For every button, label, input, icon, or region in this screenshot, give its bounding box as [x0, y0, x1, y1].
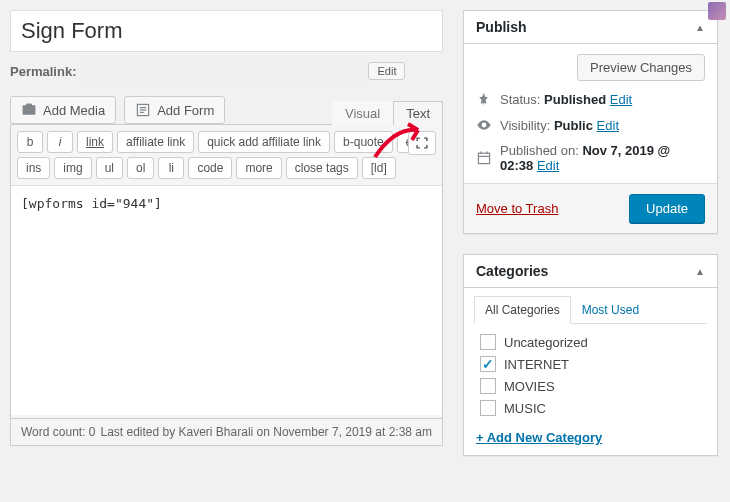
checkbox-uncategorized[interactable] [480, 334, 496, 350]
qtag-ol[interactable]: ol [127, 157, 154, 179]
collapse-icon: ▲ [695, 266, 705, 277]
qtag-ld[interactable]: [ld] [362, 157, 396, 179]
edit-status-link[interactable]: Edit [610, 92, 632, 107]
publish-box: Publish ▲ Preview Changes Status: Publis… [463, 10, 718, 234]
add-media-button[interactable]: Add Media [10, 96, 116, 124]
qtag-italic[interactable]: i [47, 131, 73, 153]
move-to-trash-link[interactable]: Move to Trash [476, 201, 558, 216]
add-media-label: Add Media [43, 103, 105, 118]
edit-visibility-link[interactable]: Edit [597, 118, 619, 133]
fullscreen-button[interactable] [408, 131, 436, 155]
checkbox-internet[interactable] [480, 356, 496, 372]
qtag-bquote[interactable]: b-quote [334, 131, 393, 153]
media-toolbar: Add Media Add Form Visual Text [10, 96, 443, 124]
content-textarea[interactable] [11, 185, 442, 415]
tab-most-used[interactable]: Most Used [571, 296, 650, 324]
editor-main: Permalink: Edit Add Media Add Form Visua… [10, 10, 443, 476]
camera-icon [21, 102, 37, 118]
tab-text[interactable]: Text [393, 101, 443, 125]
word-count: Word count: 0 [21, 425, 96, 439]
qtag-img[interactable]: img [54, 157, 91, 179]
category-list: Uncategorized INTERNET MOVIES MUSIC [476, 334, 705, 416]
permalink-label: Permalink: [10, 64, 76, 79]
list-item: MOVIES [480, 378, 701, 394]
editor-box: b i link affiliate link quick add affili… [10, 124, 443, 419]
update-button[interactable]: Update [629, 194, 705, 223]
tab-visual[interactable]: Visual [332, 101, 393, 125]
qtag-quick-affiliate[interactable]: quick add affiliate link [198, 131, 330, 153]
status-row: Status: Published Edit [476, 91, 705, 107]
edit-date-link[interactable]: Edit [537, 158, 559, 173]
categories-header[interactable]: Categories ▲ [464, 255, 717, 288]
checkbox-movies[interactable] [480, 378, 496, 394]
add-form-label: Add Form [157, 103, 214, 118]
editor-footer: Word count: 0 Last edited by Kaveri Bhar… [10, 419, 443, 446]
qtag-bold[interactable]: b [17, 131, 43, 153]
publish-title: Publish [476, 19, 527, 35]
permalink-edit-button[interactable]: Edit [368, 62, 405, 80]
qtag-more[interactable]: more [236, 157, 281, 179]
svg-rect-4 [478, 153, 489, 163]
fullscreen-icon [415, 136, 429, 150]
qtag-code[interactable]: code [188, 157, 232, 179]
qtag-affiliate-link[interactable]: affiliate link [117, 131, 194, 153]
quicktags-toolbar: b i link affiliate link quick add affili… [11, 125, 442, 185]
form-icon [135, 102, 151, 118]
qtag-ul[interactable]: ul [96, 157, 123, 179]
categories-title: Categories [476, 263, 548, 279]
eye-icon [476, 117, 492, 133]
add-form-button[interactable]: Add Form [124, 96, 225, 124]
pin-icon [476, 91, 492, 107]
qtag-close[interactable]: close tags [286, 157, 358, 179]
add-new-category-link[interactable]: + Add New Category [476, 430, 602, 445]
list-item: INTERNET [480, 356, 701, 372]
post-title-input[interactable] [10, 10, 443, 52]
last-edited: Last edited by Kaveri Bharali on Novembe… [100, 425, 432, 439]
list-item: MUSIC [480, 400, 701, 416]
checkbox-music[interactable] [480, 400, 496, 416]
permalink-row: Permalink: Edit [10, 58, 443, 84]
user-avatar[interactable] [708, 2, 726, 20]
tab-all-categories[interactable]: All Categories [474, 296, 571, 324]
calendar-icon [476, 150, 492, 166]
qtag-ins[interactable]: ins [17, 157, 50, 179]
sidebar: Publish ▲ Preview Changes Status: Publis… [463, 10, 718, 476]
permalink-slug[interactable] [82, 61, 362, 81]
qtag-li[interactable]: li [158, 157, 184, 179]
visibility-row: Visibility: Public Edit [476, 117, 705, 133]
published-on-row: Published on: Nov 7, 2019 @ 02:38 Edit [476, 143, 705, 173]
preview-changes-button[interactable]: Preview Changes [577, 54, 705, 81]
list-item: Uncategorized [480, 334, 701, 350]
category-tabs: All Categories Most Used [474, 296, 707, 324]
qtag-link[interactable]: link [77, 131, 113, 153]
collapse-icon: ▲ [695, 22, 705, 33]
editor-tabs: Visual Text [332, 101, 443, 125]
categories-box: Categories ▲ All Categories Most Used Un… [463, 254, 718, 456]
publish-header[interactable]: Publish ▲ [464, 11, 717, 44]
